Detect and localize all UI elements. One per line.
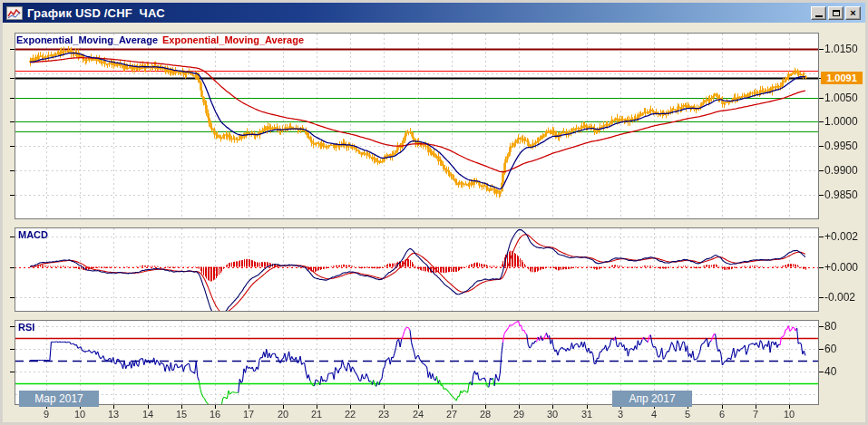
date-label: 30 [541, 409, 564, 420]
date-label: 27 [440, 409, 463, 420]
date-label: 16 [203, 409, 227, 420]
rsi-tick-label: 80 [824, 320, 836, 333]
price-panel[interactable] [15, 33, 819, 219]
current-price-tag: 1.0091 [821, 72, 863, 84]
price-tick-label: 0.9950 [824, 140, 858, 152]
date-label: 20 [271, 409, 295, 420]
ema-fast-legend: Exponential_Moving_Average [16, 34, 158, 45]
rsi-panel-title: RSI [18, 322, 34, 333]
date-label: 29 [507, 409, 531, 420]
price-tick-label: 1.0050 [824, 92, 858, 104]
chart-window: График USD /CHF ЧАС × Exponential_Moving… [0, 0, 868, 425]
date-label: 22 [338, 409, 362, 420]
macd-tick-label: +0.002 [824, 230, 858, 243]
date-label: 5 [676, 409, 699, 420]
date-label: 15 [170, 409, 193, 420]
date-label: 17 [237, 409, 260, 420]
date-label: 9 [34, 409, 58, 420]
date-label: 13 [102, 409, 125, 420]
date-label: 21 [305, 409, 328, 420]
macd-panel[interactable] [15, 227, 819, 312]
date-label: 31 [575, 409, 599, 420]
price-tick-label: 0.9900 [824, 164, 858, 177]
date-label: 10 [68, 409, 92, 420]
price-tick-label: 1.0000 [824, 115, 858, 128]
date-label: 24 [406, 409, 430, 420]
rsi-panel[interactable] [15, 320, 819, 405]
date-label: 3 [609, 409, 632, 420]
date-label: 28 [473, 409, 497, 420]
price-tick-label: 0.9850 [824, 188, 858, 201]
rsi-tick-label: 60 [824, 343, 836, 355]
macd-tick-label: -0.002 [824, 291, 855, 304]
month-tag-mar-2017: Мар 2017 [19, 391, 99, 407]
ema-slow-legend: Exponential_Moving_Average [162, 34, 304, 45]
date-label: 6 [710, 409, 734, 420]
rsi-tick-label: 40 [824, 365, 836, 378]
price-tick-label: 1.0150 [824, 43, 858, 55]
date-label: 23 [372, 409, 395, 420]
date-label: 10 [777, 409, 801, 420]
date-label: 14 [136, 409, 160, 420]
macd-tick-label: +0.000 [824, 261, 858, 274]
date-label: 4 [642, 409, 666, 420]
macd-panel-title: MACD [18, 229, 48, 240]
month-tag-apr-2017: Апр 2017 [612, 391, 692, 407]
date-label: 7 [744, 409, 767, 420]
